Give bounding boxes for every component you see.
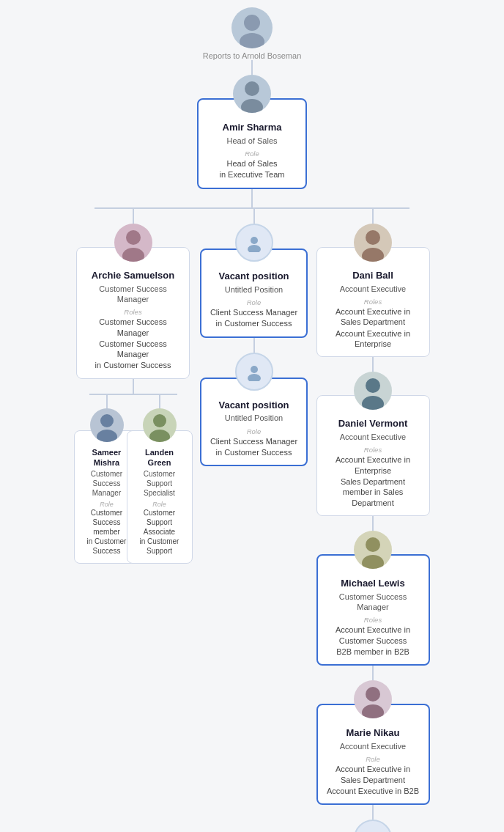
svg-point-13: [248, 374, 261, 381]
svg-point-0: [244, 15, 260, 31]
svg-point-20: [366, 687, 380, 702]
svg-point-17: [362, 396, 384, 410]
level1-section: Archie Samuelson Customer Success Manage…: [47, 207, 457, 832]
svg-point-9: [149, 430, 170, 442]
org-chart: Reports to Arnold Boseman Amir Sharma He…: [0, 0, 504, 832]
vacant1-role-team: in Customer Success: [210, 318, 297, 328]
archie-role-team: in Customer Success: [86, 360, 180, 370]
archie-card[interactable]: Archie Samuelson Customer Success Manage…: [76, 247, 190, 379]
amir-title: Head of Sales: [207, 136, 297, 146]
marie-card[interactable]: Marie Nikau Account Executive Role Accou…: [316, 704, 430, 805]
landen-avatar: [143, 408, 177, 442]
svg-point-18: [366, 537, 380, 552]
daniel-role2: Sales Department member in Sales Departm…: [326, 476, 420, 508]
svg-point-19: [362, 555, 384, 569]
conn-v-archie-bottom: [133, 379, 134, 394]
archie-title: Customer Success Manager: [86, 284, 180, 305]
connector-v-boss: [251, 60, 253, 75]
vacant1-card[interactable]: Vacant position Untitled Position Role C…: [200, 249, 308, 338]
daniel-name: Daniel Vermont: [326, 418, 420, 430]
sameer-branch: Sameer Mishra Customer Success Manager R…: [82, 395, 132, 564]
conn-v-archie-top: [133, 209, 134, 224]
svg-point-4: [126, 230, 141, 245]
daniel-card[interactable]: Daniel Vermont Account Executive Roles A…: [316, 395, 430, 516]
daniel-roles-label: Roles: [326, 446, 420, 454]
dani-roles-label: Roles: [326, 298, 420, 306]
vacant2-role-label: Role: [210, 427, 297, 435]
svg-point-7: [97, 430, 117, 442]
sameer-name: Sameer Mishra: [84, 447, 130, 468]
vacant2-card[interactable]: Vacant position Untitled Position Role C…: [200, 378, 308, 467]
landen-card[interactable]: Landen Green Customer Support Specialist…: [127, 430, 193, 564]
archie-role1: Customer Success Manager: [86, 317, 180, 338]
svg-point-10: [251, 237, 258, 244]
marie-name: Marie Nikau: [327, 727, 420, 740]
svg-point-12: [251, 366, 258, 373]
sameer-role-team: in Customer Success: [84, 537, 130, 556]
marie-role2: Account Executive in B2B: [327, 786, 420, 796]
boss-avatar: [231, 7, 273, 48]
daniel-avatar: [354, 372, 392, 410]
amir-role: Head of Sales: [207, 158, 297, 169]
level1-row: Archie Samuelson Customer Success Manage…: [73, 209, 431, 832]
michael-title: Customer Success Manager: [327, 592, 420, 613]
archie-avatar: [114, 224, 152, 262]
sameer-role-label: Role: [84, 501, 130, 508]
sameer-role: Customer Success member: [84, 508, 130, 537]
svg-point-16: [366, 378, 380, 393]
michael-roles-label: Roles: [327, 616, 420, 624]
vacant1-avatar: [235, 224, 273, 262]
svg-point-5: [122, 248, 144, 262]
svg-point-11: [248, 245, 261, 252]
dani-name: Dani Ball: [326, 270, 420, 282]
boss-section: Reports to Arnold Boseman Amir Sharma He…: [197, 7, 307, 189]
reports-to-label: Reports to Arnold Boseman: [203, 51, 302, 60]
michael-role2: B2B member in B2B: [327, 647, 420, 657]
svg-point-2: [245, 81, 259, 96]
landen-name: Landen Green: [136, 447, 183, 468]
vacant2-name: Vacant position: [210, 400, 297, 412]
archie-branch: Archie Samuelson Customer Success Manage…: [73, 209, 193, 564]
h-bar-level1: [94, 207, 410, 209]
svg-point-3: [241, 99, 263, 113]
amir-node: Amir Sharma Head of Sales Role Head of S…: [197, 75, 307, 189]
michael-name: Michael Lewis: [327, 578, 420, 590]
connector-v-level1: [251, 189, 253, 207]
michael-card[interactable]: Michael Lewis Customer Success Manager R…: [316, 554, 430, 666]
landen-role-label: Role: [136, 501, 183, 508]
vacant1-branch: Vacant position Untitled Position Role C…: [197, 209, 311, 467]
marie-avatar: [354, 680, 392, 718]
vacant1-role: Client Success Manager: [210, 307, 297, 317]
vacant1-role-label: Role: [210, 298, 297, 306]
vacant3-avatar: [354, 820, 392, 832]
archie-name: Archie Samuelson: [86, 270, 180, 282]
svg-point-1: [240, 33, 264, 48]
archie-children-row: Sameer Mishra Customer Success Manager R…: [82, 395, 185, 564]
svg-point-21: [362, 704, 384, 718]
amir-role-team: in Executive Team: [207, 169, 297, 180]
sameer-title: Customer Success Manager: [84, 469, 130, 498]
vacant2-title: Untitled Position: [210, 413, 297, 423]
michael-avatar: [354, 531, 392, 569]
dani-role1: Account Executive in Sales Department: [326, 306, 420, 328]
svg-point-6: [100, 414, 114, 427]
landen-branch: Landen Green Customer Support Specialist…: [135, 395, 185, 564]
vacant1-title: Untitled Position: [210, 284, 297, 295]
dani-card[interactable]: Dani Ball Account Executive Roles Accoun…: [316, 247, 430, 357]
marie-title: Account Executive: [327, 741, 420, 751]
svg-point-8: [153, 414, 166, 427]
vacant2-role-team: in Customer Success: [210, 447, 297, 457]
svg-point-14: [366, 230, 380, 245]
dani-title: Account Executive: [326, 284, 420, 294]
daniel-role1: Account Executive in Enterprise: [326, 454, 420, 476]
vacant1-name: Vacant position: [210, 270, 297, 283]
landen-role: Customer Support Associate: [136, 508, 183, 537]
right-branch: Dani Ball Account Executive Roles Accoun…: [314, 209, 431, 832]
amir-role-label: Role: [207, 150, 297, 158]
daniel-title: Account Executive: [326, 432, 420, 442]
landen-role-team: in Customer Support: [136, 537, 183, 556]
dani-avatar: [354, 224, 392, 262]
vacant2-role: Client Success Manager: [210, 436, 297, 446]
amir-name: Amir Sharma: [207, 122, 297, 134]
amir-avatar: [233, 75, 271, 113]
